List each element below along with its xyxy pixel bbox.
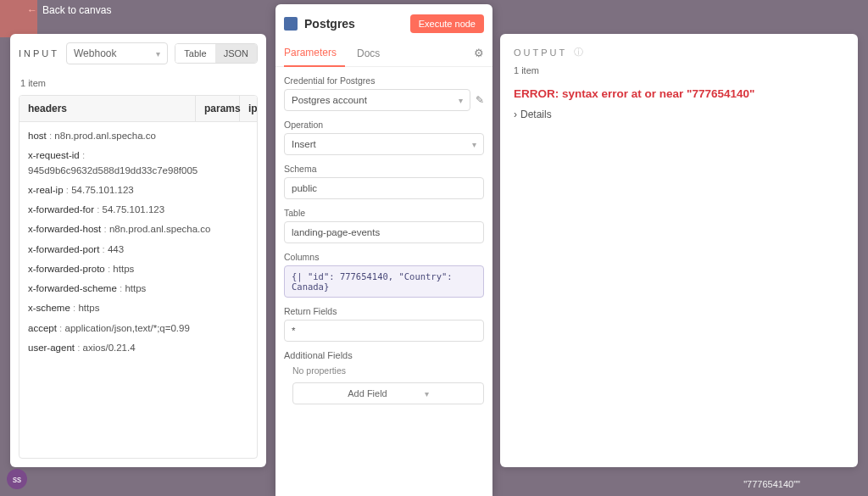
input-item-count: 1 item [20, 78, 256, 88]
table-input[interactable] [284, 221, 484, 243]
table-label: Table [284, 208, 484, 218]
credential-select[interactable]: Postgres account ▾ [284, 89, 470, 111]
table-row: host : n8n.prod.anl.specha.co [28, 129, 248, 143]
input-panel: INPUT Webhook ▾ Table JSON 1 item header… [10, 34, 266, 467]
input-source-value: Webhook [74, 47, 116, 59]
input-data-table: headers params ip_ host : n8n.prod.anl.s… [19, 95, 258, 459]
postgres-icon [284, 17, 298, 31]
chevron-down-icon: ▾ [459, 96, 463, 105]
chevron-down-icon: ▾ [425, 389, 429, 398]
table-row: x-forwarded-port : 443 [28, 242, 248, 257]
table-row: x-forwarded-for : 54.75.101.123 [28, 203, 248, 217]
details-label: Details [520, 109, 552, 120]
operation-label: Operation [284, 120, 484, 130]
credential-value: Postgres account [292, 95, 367, 105]
json-toggle[interactable]: JSON [215, 44, 257, 63]
table-toggle[interactable]: Table [175, 44, 214, 63]
output-title: OUTPUT [514, 47, 567, 58]
columns-expression[interactable]: {| "id": 777654140, "Country": Canada} [284, 265, 484, 298]
info-icon[interactable]: ⓘ [574, 46, 583, 59]
return-fields-label: Return Fields [284, 306, 484, 316]
table-row: x-scheme : https [28, 301, 248, 315]
table-row: x-forwarded-host : n8n.prod.anl.specha.c… [28, 222, 248, 237]
tab-docs[interactable]: Docs [357, 41, 388, 66]
table-row: x-forwarded-proto : https [28, 262, 248, 276]
operation-value: Insert [292, 139, 316, 149]
table-row: x-forwarded-scheme : https [28, 281, 248, 296]
details-toggle[interactable]: › Details [514, 109, 844, 120]
no-properties-text: No properties [292, 365, 484, 376]
node-config-panel: Postgres Execute node Parameters Docs ⚙ … [275, 4, 492, 496]
add-field-button[interactable]: Add Field ▾ [292, 382, 484, 404]
additional-fields-label: Additional Fields [284, 350, 484, 360]
view-toggle: Table JSON [175, 43, 258, 64]
back-to-canvas-link[interactable]: Back to canvas [42, 4, 111, 16]
gear-icon[interactable]: ⚙ [474, 47, 484, 59]
table-row: user-agent : axios/0.21.4 [28, 341, 248, 355]
tab-parameters[interactable]: Parameters [284, 40, 345, 67]
execute-node-button[interactable]: Execute node [410, 14, 484, 33]
chevron-right-icon: › [514, 109, 517, 120]
col-headers: headers [19, 96, 196, 121]
schema-label: Schema [284, 164, 484, 174]
output-panel: OUTPUT ⓘ 1 item ERROR: syntax error at o… [500, 34, 858, 467]
pencil-icon[interactable]: ✎ [476, 94, 484, 106]
col-params: params [196, 96, 240, 121]
schema-input[interactable] [284, 177, 484, 199]
error-snippet: "777654140"" [743, 479, 800, 489]
input-title: INPUT [19, 48, 59, 59]
node-title: Postgres [304, 17, 355, 31]
table-row: x-real-ip : 54.75.101.123 [28, 183, 248, 198]
app-logo [0, 0, 37, 37]
chevron-down-icon: ▾ [156, 49, 160, 59]
avatar[interactable]: ss [7, 469, 27, 489]
columns-label: Columns [284, 252, 484, 262]
credential-label: Credential for Postgres [284, 75, 484, 86]
add-field-label: Add Field [348, 388, 387, 398]
input-source-select[interactable]: Webhook ▾ [66, 42, 168, 64]
output-item-count: 1 item [514, 65, 844, 75]
table-row: x-request-id : 945d9b6c9632d588d19dd33c7… [28, 148, 248, 178]
operation-select[interactable]: Insert ▾ [284, 133, 484, 155]
return-fields-input[interactable] [284, 320, 484, 342]
col-query: ip_ [240, 96, 257, 121]
chevron-down-icon: ▾ [472, 140, 476, 149]
table-row: accept : application/json,text/*;q=0.99 [28, 321, 248, 336]
error-message: ERROR: syntax error at or near "77765414… [514, 87, 844, 100]
